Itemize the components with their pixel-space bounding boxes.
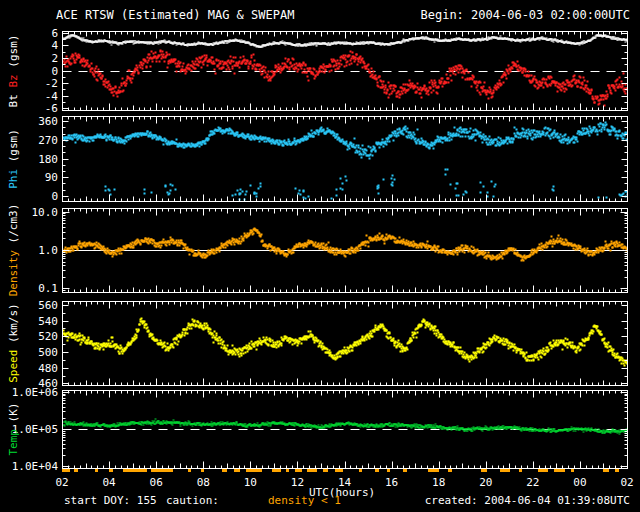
panel-canvas-bt-bz [62, 31, 628, 111]
plot-title: ACE RTSW (Estimated) MAG & SWEPAM [56, 8, 294, 22]
x-tick-label: 18 [426, 476, 452, 489]
x-tick-label: 14 [332, 476, 358, 489]
x-tick-label: 12 [284, 476, 310, 489]
caution-value: density < 1 [268, 494, 341, 507]
x-tick-label: 02 [614, 476, 640, 489]
y-axis-label-part: (km/s) [7, 303, 20, 343]
x-tick-label: 16 [379, 476, 405, 489]
y-axis-label-part: Speed [7, 343, 20, 383]
y-axis-label-part: (gsm) [7, 34, 20, 67]
panel-canvas-temp [62, 390, 628, 469]
begin-timestamp: Begin: 2004-06-03 02:00:00UTC [420, 8, 630, 22]
panel-canvas-speed [62, 301, 628, 386]
x-tick-label: 00 [567, 476, 593, 489]
y-axis-label-part: Phi [7, 162, 20, 189]
x-tick-label: 08 [190, 476, 216, 489]
y-axis-label-phi: Phi (gsm) [7, 129, 20, 189]
panel-canvas-phi [62, 116, 628, 202]
panel-canvas-density [62, 208, 628, 293]
y-axis-label-bt-bz: Bt Bz (gsm) [7, 34, 20, 107]
y-axis-label-part: Bt [7, 87, 20, 107]
y-axis-label-part: (K) [7, 403, 20, 423]
created-timestamp: created: 2004-06-04 01:39:08UTC [425, 494, 630, 507]
y-axis-label-density: Density (/cm3) [7, 204, 20, 297]
y-tick-label: 360 [0, 116, 58, 127]
y-tick-label: 1.0E+06 [0, 387, 58, 398]
y-tick-label: 1.0E+04 [0, 461, 58, 472]
y-tick-label: 0 [0, 191, 58, 202]
x-tick-label: 06 [143, 476, 169, 489]
y-axis-label-part: (gsm) [7, 129, 20, 162]
y-axis-label-speed: Speed (km/s) [7, 303, 20, 383]
ace-rtsw-plot: ACE RTSW (Estimated) MAG & SWEPAM Begin:… [0, 0, 640, 512]
x-tick-label: 04 [96, 476, 122, 489]
y-axis-label-part: Density [7, 243, 20, 296]
y-axis-label-part: (/cm3) [7, 204, 20, 244]
y-axis-label-temp: Temp (K) [7, 403, 20, 456]
y-axis-label-part: Temp [7, 422, 20, 455]
caution-marker-strip [62, 469, 628, 473]
start-doy-label: start DOY: 155 [64, 494, 157, 507]
x-tick-label: 02 [49, 476, 75, 489]
x-tick-label: 20 [473, 476, 499, 489]
x-tick-label: 22 [520, 476, 546, 489]
y-axis-label-part: Bz [7, 67, 20, 87]
x-tick-label: 10 [237, 476, 263, 489]
caution-label: caution: [166, 494, 219, 507]
